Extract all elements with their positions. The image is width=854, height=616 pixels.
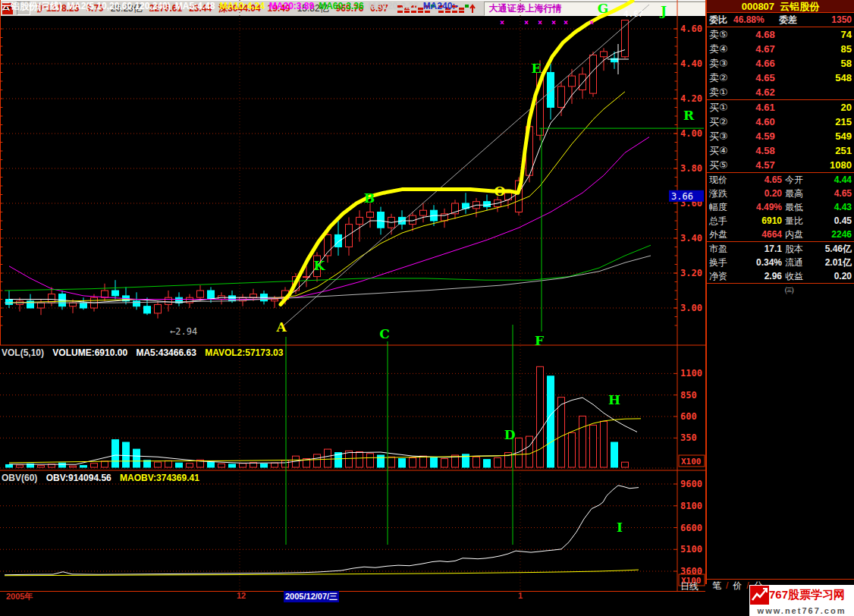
obv-pane-header: OBV(60) OBV:914094.56 MAOBV:374369.41	[2, 473, 206, 483]
info-value: 6910	[735, 214, 785, 228]
info-label: 股本	[785, 242, 811, 256]
order-book-row[interactable]: 买④ 4.58 251	[707, 143, 854, 158]
price-axis-label: 3.40	[680, 233, 702, 244]
level-qty: 58	[791, 56, 852, 71]
candle-body	[102, 291, 108, 297]
order-book-row[interactable]: 买② 4.60 215	[707, 115, 854, 129]
weibi-row: 委比 46.88% 委差 1350	[707, 13, 854, 27]
info-label: 幅度	[709, 200, 735, 214]
price-axis-label: 3.80	[680, 163, 702, 174]
volume-bar	[261, 464, 268, 467]
obv-axis-label: 8100	[680, 501, 702, 511]
hand-drawn-trend-curve	[281, 1, 633, 304]
level-price: 4.68	[739, 27, 791, 42]
price-axis-label: 3.20	[680, 268, 702, 278]
volume-bar	[70, 466, 77, 467]
cursor-date-label: 2005/12/07/三	[284, 591, 339, 602]
stock-title-bar[interactable]: 000807 云铝股份	[707, 0, 854, 13]
volume-bar	[155, 462, 162, 467]
info-label: 外盘	[709, 228, 735, 241]
level-price: 4.62	[739, 85, 791, 99]
info-label: 换手	[709, 256, 735, 269]
volume-bar	[102, 461, 108, 467]
volume-bar	[484, 460, 491, 467]
level-price: 4.58	[739, 143, 791, 158]
kline-ma-item: MA60:3.36	[319, 1, 363, 11]
level-qty: 1080	[791, 158, 852, 172]
marker-letter-H: H	[608, 392, 620, 407]
level-qty: 74	[791, 27, 852, 42]
order-book-row[interactable]: 卖④ 4.67 85	[707, 42, 854, 56]
vol-ma5-value: MA5:43466.63	[136, 347, 196, 358]
order-book-row[interactable]: 卖① 4.62	[707, 85, 854, 99]
order-book-row[interactable]: 卖③ 4.66 58	[707, 56, 854, 71]
order-book-row[interactable]: 买① 4.61 20	[707, 100, 854, 115]
marker-letter-E: E	[532, 61, 542, 76]
info-value: 4.44	[811, 173, 852, 187]
year-label: 2005年	[6, 591, 33, 602]
info-row: 净资 2.96 收益㈢ 0.20	[707, 269, 854, 283]
candle-body	[548, 73, 554, 108]
info-label: 内盘	[785, 228, 811, 241]
marker-letter-I: I	[617, 520, 623, 535]
volume-pane-header: VOL(5,10) VOLUME:6910.00 MA5:43466.63 MA…	[2, 347, 289, 358]
order-book-row[interactable]: 卖⑤ 4.68 74	[707, 27, 854, 42]
order-book-row[interactable]: 卖② 4.65 548	[707, 71, 854, 85]
kline-title: 云铝股份(日线)	[2, 1, 62, 11]
volume-bar	[611, 442, 618, 467]
info-label: 收益㈢	[785, 269, 811, 283]
info-row: 换手 0.34% 流通 2.01亿	[707, 256, 854, 269]
expma-cross-mark: ×	[564, 18, 568, 27]
obv-line	[5, 486, 639, 575]
candle-body	[420, 210, 427, 215]
info-value: 4.65	[811, 187, 852, 200]
info-value: 0.20	[735, 187, 785, 200]
candle-body	[70, 303, 77, 306]
obv-axis-label: 5100	[680, 544, 702, 555]
site-name: 767股票学习网	[769, 588, 845, 602]
high-price-label: 4.67	[623, 9, 644, 19]
tick-tab-0[interactable]: 笔	[712, 580, 721, 591]
price-axis-label: 4.40	[680, 58, 702, 69]
kline-header: 云铝股份(日线)MA2(5,10,20,60,120,240)MA5:4.48M…	[2, 0, 467, 11]
candle-body	[229, 296, 236, 301]
weibi-value: 46.88%	[733, 13, 779, 27]
volume-bar	[399, 459, 406, 467]
low-price-label: ←2.94	[170, 326, 197, 337]
volume-bar	[526, 436, 533, 467]
level-qty	[791, 85, 852, 99]
site-url: www.net767.com	[750, 606, 853, 615]
marker-letter-G: G	[598, 1, 609, 16]
kline-ma-params: MA2(5,10,20,60,120,240)	[67, 1, 171, 11]
volume-bar	[165, 460, 172, 467]
candle-body	[335, 234, 342, 247]
candle-body	[505, 193, 512, 200]
period-tab-daily[interactable]: 日线	[680, 580, 699, 593]
info-value: 0.20	[811, 269, 852, 283]
volume-bar	[314, 454, 321, 467]
tick-tab-1[interactable]: 价	[733, 580, 742, 591]
info-label: 流通	[785, 256, 811, 269]
order-book-row[interactable]: 买③ 4.59 549	[707, 129, 854, 143]
volume-bar	[601, 421, 608, 467]
order-book-row[interactable]: 买⑤ 4.57 1080	[707, 158, 854, 172]
vol-indicator-name: VOL(5,10)	[2, 347, 44, 358]
volume-bar	[622, 462, 629, 467]
info-row: 外盘 4664 内盘 2246	[707, 228, 854, 241]
level-qty: 85	[791, 42, 852, 56]
price-axis-label: 4.60	[680, 24, 702, 34]
unit-label: X100	[681, 457, 702, 467]
candle-body	[80, 303, 87, 308]
volume-bar	[537, 366, 544, 467]
info-row: 市盈 17.1 股本 5.46亿	[707, 242, 854, 256]
price-axis-label: 3.00	[680, 303, 702, 313]
level-label: 买②	[709, 115, 739, 129]
info-value: 0.34%	[735, 256, 785, 269]
level-label: 买③	[709, 129, 739, 143]
stock-name: 云铝股份	[780, 1, 819, 12]
info-value: 5.46亿	[811, 242, 852, 256]
marker-letter-B: B	[364, 190, 375, 206]
vol-value: VOLUME:6910.00	[52, 347, 127, 358]
candle-body	[569, 76, 576, 86]
obv-maobv-value: MAOBV:374369.41	[120, 473, 199, 483]
